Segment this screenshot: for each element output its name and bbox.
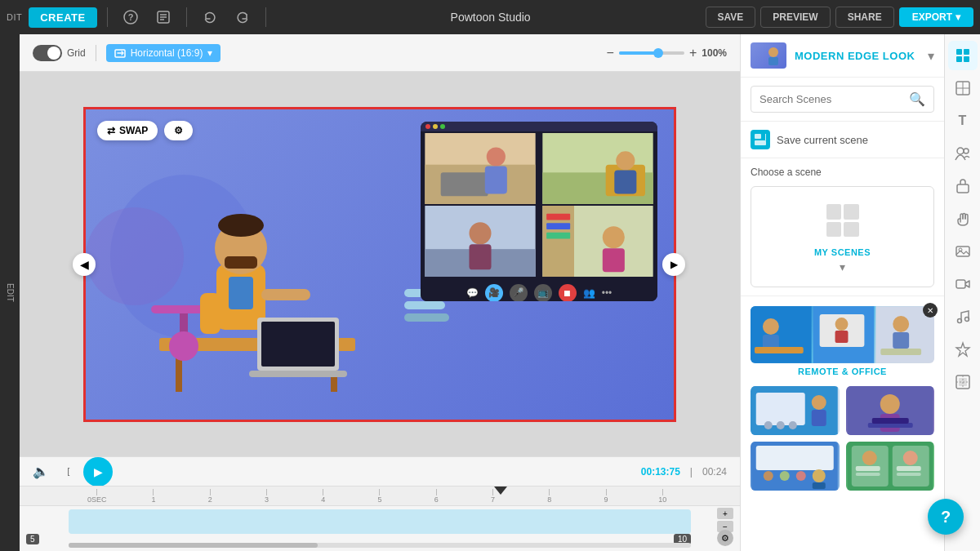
- notes-icon-btn[interactable]: [150, 4, 176, 30]
- ruler-mark-10: 10: [635, 489, 691, 504]
- canvas-nav-right-button[interactable]: ▶: [662, 253, 685, 276]
- scene-mini-4[interactable]: [846, 442, 935, 491]
- svg-rect-36: [469, 244, 491, 269]
- window-minimize-dot: [433, 124, 438, 129]
- volume-icon[interactable]: 🔈: [33, 464, 49, 479]
- svg-point-69: [880, 394, 899, 414]
- play-button[interactable]: ▶: [83, 457, 113, 487]
- video-window-titlebar: [421, 122, 657, 131]
- canvas-image[interactable]: 💬 🎥 🎤 📺 ⏹ 👥 ••• ⇄ SWAP: [86, 109, 674, 420]
- mic-btn[interactable]: 🎤: [510, 284, 528, 301]
- canvas-overlay-buttons: ⇄ SWAP ⚙: [97, 121, 193, 140]
- video-cam-btn[interactable]: 🎥: [485, 284, 503, 301]
- timeline-settings-button[interactable]: ⚙: [717, 530, 733, 546]
- chat-bubble-3: [404, 313, 449, 322]
- svg-point-96: [957, 148, 964, 154]
- my-scenes-icon: [822, 200, 863, 241]
- timeline-track[interactable]: [69, 509, 691, 534]
- search-input[interactable]: [760, 93, 904, 105]
- svg-rect-56: [835, 331, 849, 343]
- sidebar-image-button[interactable]: [948, 237, 978, 266]
- svg-point-77: [764, 471, 773, 481]
- scene-mini-2[interactable]: [846, 386, 935, 435]
- svg-rect-46: [755, 134, 761, 139]
- svg-rect-101: [956, 280, 965, 288]
- svg-point-103: [964, 318, 969, 322]
- undo-icon-btn[interactable]: [197, 4, 223, 30]
- video-icon: [955, 276, 971, 292]
- svg-rect-41: [546, 232, 570, 238]
- svg-point-86: [902, 451, 917, 465]
- sidebar-bg-button[interactable]: [948, 367, 978, 397]
- preview-button[interactable]: PREVIEW: [760, 7, 830, 28]
- zoom-out-button[interactable]: −: [607, 46, 614, 60]
- swap-button[interactable]: ⇄ SWAP: [97, 121, 158, 140]
- ruler-mark-6: 6: [408, 489, 465, 504]
- save-button[interactable]: SAVE: [706, 7, 756, 28]
- remote-office-title: REMOTE & OFFICE: [751, 367, 934, 376]
- text-T-icon: T: [959, 113, 967, 128]
- svg-rect-87: [896, 466, 920, 471]
- sidebar-hand-button[interactable]: [948, 204, 978, 233]
- notes-icon: [156, 10, 171, 24]
- sidebar-props-button[interactable]: [948, 171, 978, 201]
- help-fab-button[interactable]: ?: [928, 499, 964, 535]
- timeline-scrollbar[interactable]: [69, 543, 691, 548]
- svg-point-16: [218, 214, 264, 237]
- sidebar-music-button[interactable]: [948, 302, 978, 331]
- canvas-nav-left-button[interactable]: ◀: [73, 253, 96, 276]
- right-panel: MODERN EDGE LOOK ▾ 🔍 Save current sc: [740, 34, 944, 551]
- share-button[interactable]: SHARE: [835, 7, 894, 28]
- timeline-playhead[interactable]: [494, 487, 507, 495]
- create-button[interactable]: CREATE: [29, 7, 96, 28]
- end-call-btn[interactable]: ⏹: [559, 284, 577, 301]
- zoom-in-button[interactable]: +: [689, 46, 697, 60]
- remote-office-close-button[interactable]: ✕: [923, 303, 938, 318]
- svg-point-31: [616, 151, 635, 170]
- remote-office-thumbnail[interactable]: [751, 306, 934, 363]
- nav-divider-3: [265, 7, 266, 27]
- svg-rect-43: [603, 248, 625, 272]
- svg-rect-98: [957, 184, 969, 193]
- remote-office-illustration: [751, 306, 934, 363]
- sidebar-video-button[interactable]: [948, 269, 978, 299]
- ruler-mark-8: 8: [521, 489, 577, 504]
- scene-mini-illustration-4: [846, 442, 935, 491]
- sidebar-effects-button[interactable]: [948, 335, 978, 364]
- help-icon-btn[interactable]: ?: [118, 4, 144, 30]
- svg-rect-74: [756, 446, 834, 470]
- panel-chevron-icon[interactable]: ▾: [928, 48, 934, 64]
- window-maximize-dot: [440, 124, 445, 129]
- timeline-zoom-in-button[interactable]: +: [717, 508, 733, 519]
- nav-right: SAVE PREVIEW SHARE EXPORT ▾: [706, 7, 974, 28]
- save-current-scene-button[interactable]: Save current scene: [751, 130, 868, 149]
- svg-rect-48: [765, 134, 766, 140]
- orientation-button[interactable]: Horizontal (16:9) ▾: [106, 44, 221, 62]
- playback-controls: [ ▶: [59, 457, 113, 487]
- svg-rect-89: [956, 49, 962, 55]
- svg-rect-32: [614, 170, 636, 193]
- sidebar-people-button[interactable]: [948, 139, 978, 168]
- scene-settings-button[interactable]: ⚙: [164, 121, 193, 140]
- app-title: Powtoon Studio: [283, 11, 699, 24]
- zoom-slider[interactable]: [619, 51, 684, 55]
- swap-icon: ⇄: [107, 125, 115, 136]
- effects-icon: [955, 341, 971, 358]
- top-nav: DIT CREATE ? Powtoon Studio SAVE PREVIEW: [0, 0, 980, 34]
- svg-point-58: [893, 316, 909, 332]
- svg-text:?: ?: [127, 12, 133, 22]
- quad-cell-3: [826, 222, 842, 238]
- scene-mini-3[interactable]: [751, 442, 840, 491]
- grid-toggle[interactable]: [33, 45, 62, 61]
- redo-icon-btn[interactable]: [229, 4, 256, 30]
- search-icon[interactable]: 🔍: [909, 91, 925, 107]
- scene-mini-1[interactable]: [751, 386, 840, 435]
- sidebar-text-button[interactable]: T: [948, 106, 978, 136]
- my-scenes-card[interactable]: MY SCENES ▾: [751, 186, 934, 287]
- sidebar-scenes-button[interactable]: [948, 73, 978, 103]
- svg-point-102: [957, 319, 961, 323]
- sidebar-layout-button[interactable]: [948, 41, 978, 70]
- export-button[interactable]: EXPORT ▾: [899, 7, 973, 27]
- screen-share-btn[interactable]: 📺: [534, 284, 552, 301]
- rewind-button[interactable]: [: [59, 462, 78, 482]
